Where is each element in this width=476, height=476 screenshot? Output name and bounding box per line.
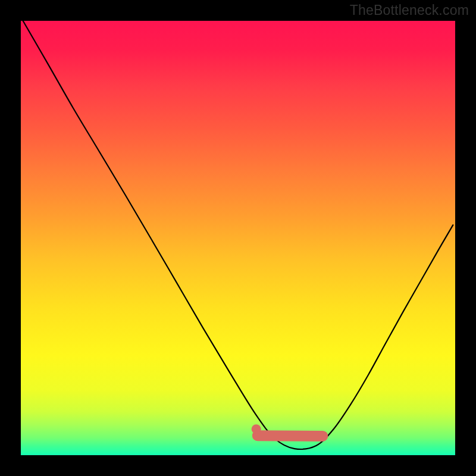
chart-frame: TheBottleneck.com [0, 0, 476, 476]
curve-layer [21, 21, 455, 455]
bottleneck-curve [23, 21, 453, 449]
valley-dot [252, 424, 261, 434]
watermark-text: TheBottleneck.com [350, 2, 469, 18]
plot-area [21, 21, 455, 455]
valley-band [258, 436, 322, 436]
